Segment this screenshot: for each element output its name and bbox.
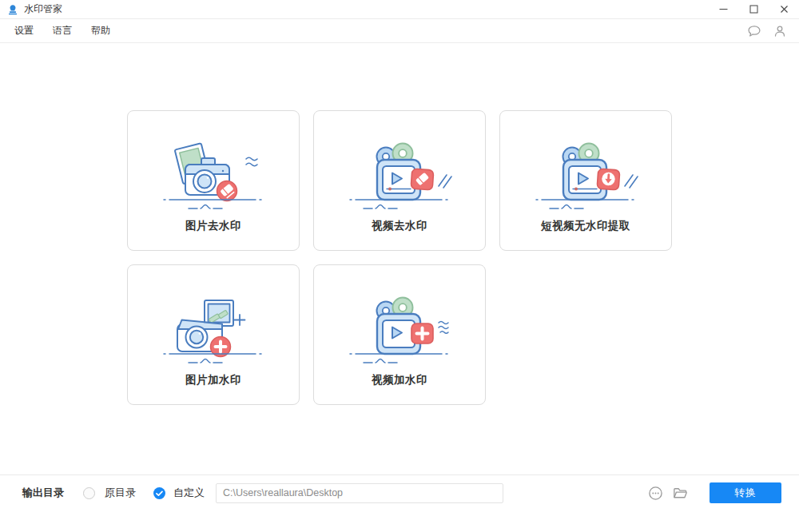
title-bar: 水印管家 <box>0 0 799 19</box>
card-label: 视频加水印 <box>372 373 427 387</box>
folder-icon[interactable] <box>672 486 689 500</box>
close-icon <box>780 5 789 14</box>
footer-icon-buttons <box>648 486 689 501</box>
menu-language[interactable]: 语言 <box>49 22 76 40</box>
menu-settings[interactable]: 设置 <box>10 22 38 40</box>
card-image-remove-watermark[interactable]: 图片去水印 <box>127 110 300 251</box>
maximize-icon <box>749 5 758 14</box>
card-label: 图片去水印 <box>185 219 241 233</box>
check-icon <box>153 487 165 499</box>
short-video-extract-illustration <box>526 137 646 216</box>
radio-custom-dir-label[interactable]: 自定义 <box>173 486 205 500</box>
user-icon[interactable] <box>773 25 786 38</box>
menubar-right-icons <box>747 25 789 38</box>
ellipsis-circle-icon[interactable] <box>648 486 663 501</box>
convert-button[interactable]: 转换 <box>710 482 781 503</box>
app-title: 水印管家 <box>24 2 62 16</box>
card-short-video-extract[interactable]: 短视频无水印提取 <box>499 110 672 251</box>
minimize-button[interactable] <box>708 0 738 18</box>
image-add-watermark-illustration <box>153 291 273 371</box>
feature-cards: 图片去水印 <box>127 110 672 405</box>
image-remove-watermark-illustration <box>153 137 273 216</box>
card-video-remove-watermark[interactable]: 视频去水印 <box>313 110 486 251</box>
main-area: 图片去水印 <box>0 43 799 405</box>
card-label: 视频去水印 <box>372 219 427 233</box>
radio-original-dir-label[interactable]: 原目录 <box>105 486 136 500</box>
stamp-icon <box>7 4 18 15</box>
card-video-add-watermark[interactable]: 视频加水印 <box>313 264 486 405</box>
menu-bar: 设置 语言 帮助 <box>0 19 799 43</box>
radio-original-dir[interactable] <box>83 487 95 499</box>
output-dir-label: 输出目录 <box>22 486 64 500</box>
maximize-button[interactable] <box>738 0 769 18</box>
radio-custom-dir[interactable] <box>153 487 165 499</box>
card-label: 短视频无水印提取 <box>541 219 630 233</box>
video-add-watermark-illustration <box>340 291 459 371</box>
output-path-input[interactable] <box>216 483 503 503</box>
video-remove-watermark-illustration <box>340 137 459 216</box>
footer-bar: 输出目录 原目录 自定义 <box>0 474 799 532</box>
card-image-add-watermark[interactable]: 图片加水印 <box>127 264 300 405</box>
card-label: 图片加水印 <box>185 373 241 387</box>
minimize-icon <box>719 5 728 14</box>
window-controls <box>708 0 799 18</box>
menu-help[interactable]: 帮助 <box>87 22 114 40</box>
close-button[interactable] <box>769 0 799 18</box>
chat-bubble-icon[interactable] <box>747 25 761 38</box>
